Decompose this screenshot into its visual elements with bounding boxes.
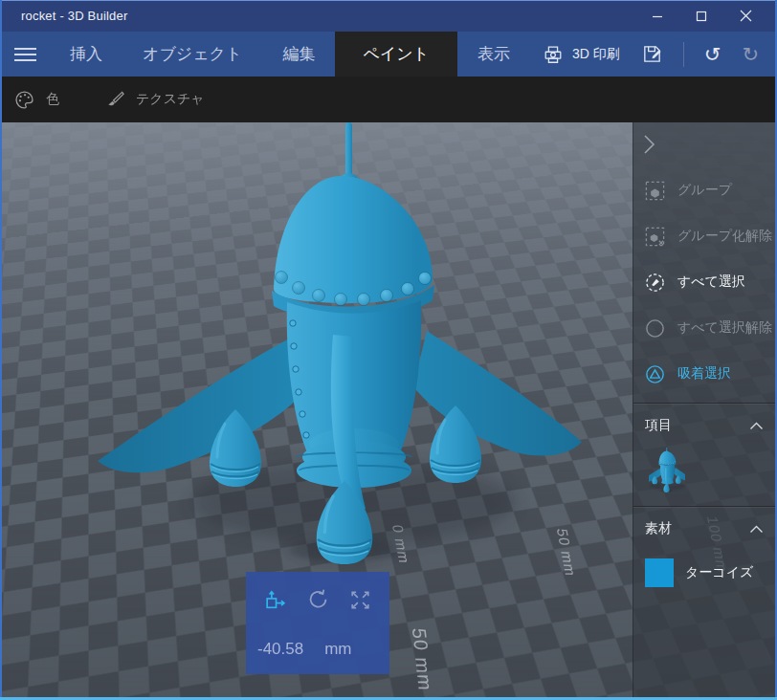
transform-value-row: -40.58 mm xyxy=(257,640,352,659)
material-section-title: 素材 xyxy=(645,520,672,537)
3d-printer-icon xyxy=(543,44,564,65)
deselect-all-icon xyxy=(644,317,666,339)
deselect-all-button[interactable]: すべて選択解除 xyxy=(633,305,777,351)
redo-button[interactable]: ↻ xyxy=(731,32,769,77)
material-name: ターコイズ xyxy=(685,564,753,581)
items-section-header[interactable]: 項目 xyxy=(633,404,777,442)
undo-icon: ↺ xyxy=(704,44,722,64)
snap-select-icon xyxy=(644,363,666,385)
maximize-button[interactable] xyxy=(679,0,723,32)
move-tool-button[interactable] xyxy=(263,588,287,615)
ungroup-label: グループ化解除 xyxy=(677,228,772,245)
select-all-button[interactable]: すべて選択 xyxy=(633,259,777,305)
turquoise-swatch xyxy=(645,558,674,587)
save-as-button[interactable] xyxy=(631,32,674,77)
rotate-tool-button[interactable] xyxy=(306,588,330,615)
window-border-top xyxy=(0,0,777,1)
ungroup-button[interactable]: グループ化解除 xyxy=(633,213,777,259)
ribbon-right-group: 3D 印刷 ↺ ↻ xyxy=(532,32,769,77)
sidebar-collapse-button[interactable] xyxy=(643,134,655,158)
rocket-model[interactable] xyxy=(57,122,593,574)
ribbon-menu: 挿入 オブジェクト 編集 ペイント 表示 3D 印刷 xyxy=(0,32,777,77)
item-thumbnail-rocket[interactable] xyxy=(649,448,685,496)
save-edit-icon xyxy=(641,43,663,65)
items-section-title: 項目 xyxy=(645,417,672,434)
chevron-right-icon xyxy=(643,134,655,155)
transform-tools xyxy=(246,572,389,615)
hamburger-menu-button[interactable] xyxy=(0,32,50,77)
window-title: rocket - 3D Builder xyxy=(21,9,127,23)
snap-select-label: 吸着選択 xyxy=(677,365,731,383)
3d-print-label: 3D 印刷 xyxy=(572,46,620,63)
group-icon xyxy=(644,180,666,202)
redo-icon: ↻ xyxy=(742,44,759,64)
move-icon xyxy=(263,588,287,612)
minimize-icon xyxy=(652,11,663,22)
snap-select-button[interactable]: 吸着選択 xyxy=(633,351,777,397)
tab-object[interactable]: オブジェクト xyxy=(122,32,262,77)
color-tool-button[interactable]: 色 xyxy=(0,77,73,122)
scale-icon xyxy=(348,588,372,612)
selection-sidebar: グループ グループ化解除 すべて選択 xyxy=(633,122,777,700)
3d-viewport[interactable]: 0 mm 50 mm 100 mm 50 mm xyxy=(0,122,777,700)
transform-value: -40.58 xyxy=(257,640,303,659)
tab-view[interactable]: 表示 xyxy=(457,32,530,77)
chevron-up-icon xyxy=(749,422,764,430)
select-all-icon xyxy=(644,272,666,294)
brush-icon xyxy=(103,89,125,111)
undo-button[interactable]: ↺ xyxy=(694,32,732,77)
palette-icon xyxy=(13,89,35,111)
scale-tool-button[interactable] xyxy=(348,588,372,615)
material-section-header[interactable]: 素材 xyxy=(633,507,777,545)
material-swatch-row[interactable]: ターコイズ xyxy=(645,558,753,587)
color-tool-label: 色 xyxy=(46,91,59,108)
close-icon xyxy=(740,10,752,22)
ungroup-icon xyxy=(644,226,666,248)
ribbon-separator xyxy=(683,42,684,67)
window-border-left xyxy=(0,0,2,700)
3d-builder-window: rocket - 3D Builder 挿入 オブジェクト 編集 ペイント 表示 xyxy=(0,0,777,700)
rotate-icon xyxy=(306,588,330,612)
tab-paint[interactable]: ペイント xyxy=(335,32,457,77)
texture-tool-label: テクスチャ xyxy=(136,91,205,108)
minimize-button[interactable] xyxy=(635,0,679,32)
group-button[interactable]: グループ xyxy=(633,167,777,213)
close-button[interactable] xyxy=(723,0,767,32)
select-all-label: すべて選択 xyxy=(677,273,745,291)
tab-edit[interactable]: 編集 xyxy=(262,32,335,77)
chevron-up-icon xyxy=(749,525,764,534)
transform-panel: -40.58 mm xyxy=(246,572,389,674)
titlebar: rocket - 3D Builder xyxy=(0,0,777,32)
tab-insert[interactable]: 挿入 xyxy=(50,32,122,77)
rocket-thumbnail-icon xyxy=(649,448,685,493)
transform-unit: mm xyxy=(324,640,351,659)
deselect-all-label: すべて選択解除 xyxy=(677,319,772,337)
menu-tabs: 挿入 オブジェクト 編集 ペイント 表示 xyxy=(50,32,530,77)
3d-print-button[interactable]: 3D 印刷 xyxy=(532,32,631,77)
texture-tool-button[interactable]: テクスチャ xyxy=(90,77,218,122)
window-controls xyxy=(635,0,767,32)
paint-toolbar: 色 テクスチャ xyxy=(0,77,777,122)
maximize-icon xyxy=(696,11,707,22)
group-label: グループ xyxy=(677,182,732,199)
hamburger-icon xyxy=(14,47,36,62)
